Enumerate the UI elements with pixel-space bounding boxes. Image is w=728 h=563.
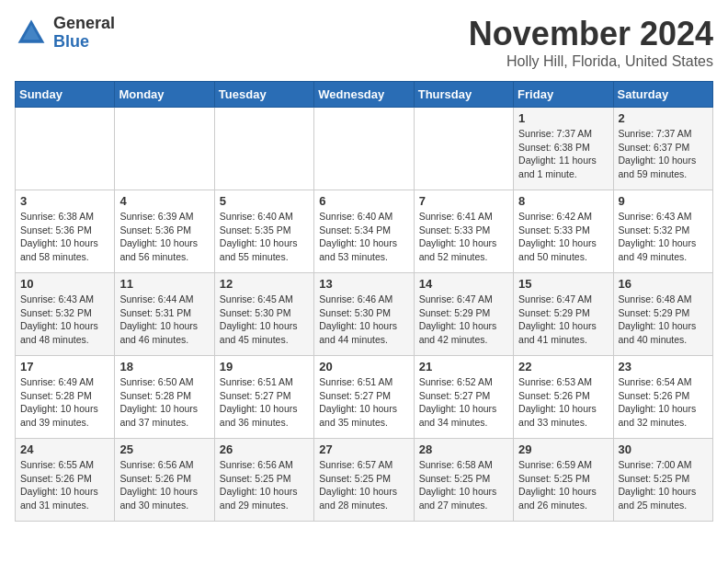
- calendar-cell: 20Sunrise: 6:51 AM Sunset: 5:27 PM Dayli…: [314, 356, 414, 439]
- calendar-cell: 16Sunrise: 6:48 AM Sunset: 5:29 PM Dayli…: [613, 273, 712, 356]
- day-number: 23: [619, 360, 708, 373]
- day-info: Sunrise: 6:43 AM Sunset: 5:32 PM Dayligh…: [20, 293, 109, 347]
- calendar-cell: [414, 108, 513, 190]
- calendar-cell: 9Sunrise: 6:43 AM Sunset: 5:32 PM Daylig…: [613, 190, 712, 273]
- logo-icon: [15, 17, 48, 50]
- weekday-header-sunday: Sunday: [16, 82, 115, 108]
- day-number: 27: [319, 442, 408, 456]
- calendar-cell: 27Sunrise: 6:57 AM Sunset: 5:25 PM Dayli…: [314, 439, 414, 522]
- calendar-cell: 26Sunrise: 6:56 AM Sunset: 5:25 PM Dayli…: [214, 439, 313, 522]
- weekday-header-tuesday: Tuesday: [214, 82, 313, 108]
- title-block: November 2024 Holly Hill, Florida, Unite…: [469, 15, 713, 70]
- day-number: 14: [419, 277, 508, 291]
- day-info: Sunrise: 6:42 AM Sunset: 5:33 PM Dayligh…: [518, 210, 608, 264]
- day-number: 21: [419, 360, 508, 373]
- day-info: Sunrise: 6:59 AM Sunset: 5:25 PM Dayligh…: [518, 458, 608, 512]
- day-info: Sunrise: 6:51 AM Sunset: 5:27 PM Dayligh…: [220, 375, 309, 430]
- day-number: 29: [518, 442, 608, 456]
- calendar-cell: 19Sunrise: 6:51 AM Sunset: 5:27 PM Dayli…: [214, 356, 313, 439]
- calendar-cell: [16, 108, 115, 190]
- day-number: 3: [20, 194, 109, 208]
- calendar-cell: 25Sunrise: 6:56 AM Sunset: 5:26 PM Dayli…: [115, 439, 214, 522]
- day-number: 1: [518, 111, 608, 125]
- day-number: 13: [319, 277, 408, 291]
- day-info: Sunrise: 6:48 AM Sunset: 5:29 PM Dayligh…: [619, 293, 708, 347]
- calendar-cell: 4Sunrise: 6:39 AM Sunset: 5:36 PM Daylig…: [115, 190, 214, 273]
- calendar-cell: 14Sunrise: 6:47 AM Sunset: 5:29 PM Dayli…: [414, 273, 513, 356]
- day-info: Sunrise: 7:00 AM Sunset: 5:25 PM Dayligh…: [619, 458, 708, 512]
- week-row-1: 3Sunrise: 6:38 AM Sunset: 5:36 PM Daylig…: [16, 190, 713, 273]
- day-info: Sunrise: 6:56 AM Sunset: 5:25 PM Dayligh…: [220, 458, 309, 512]
- day-info: Sunrise: 6:46 AM Sunset: 5:30 PM Dayligh…: [319, 293, 408, 347]
- weekday-header-thursday: Thursday: [414, 82, 513, 108]
- page-header: General Blue November 2024 Holly Hill, F…: [15, 15, 713, 70]
- weekday-header-friday: Friday: [514, 82, 613, 108]
- day-info: Sunrise: 6:40 AM Sunset: 5:34 PM Dayligh…: [319, 210, 408, 264]
- logo-text: General Blue: [53, 15, 115, 52]
- month-title: November 2024: [469, 15, 713, 53]
- day-number: 12: [220, 277, 309, 291]
- day-info: Sunrise: 6:58 AM Sunset: 5:25 PM Dayligh…: [419, 458, 508, 512]
- day-number: 7: [419, 194, 508, 208]
- calendar-cell: 12Sunrise: 6:45 AM Sunset: 5:30 PM Dayli…: [214, 273, 313, 356]
- day-info: Sunrise: 7:37 AM Sunset: 6:37 PM Dayligh…: [619, 127, 708, 181]
- week-row-3: 17Sunrise: 6:49 AM Sunset: 5:28 PM Dayli…: [16, 356, 713, 439]
- calendar-cell: 10Sunrise: 6:43 AM Sunset: 5:32 PM Dayli…: [16, 273, 115, 356]
- calendar-cell: 3Sunrise: 6:38 AM Sunset: 5:36 PM Daylig…: [16, 190, 115, 273]
- weekday-header-row: SundayMondayTuesdayWednesdayThursdayFrid…: [16, 82, 713, 108]
- week-row-2: 10Sunrise: 6:43 AM Sunset: 5:32 PM Dayli…: [16, 273, 713, 356]
- calendar-cell: 18Sunrise: 6:50 AM Sunset: 5:28 PM Dayli…: [115, 356, 214, 439]
- day-info: Sunrise: 6:57 AM Sunset: 5:25 PM Dayligh…: [319, 458, 408, 512]
- week-row-4: 24Sunrise: 6:55 AM Sunset: 5:26 PM Dayli…: [16, 439, 713, 522]
- calendar-cell: 2Sunrise: 7:37 AM Sunset: 6:37 PM Daylig…: [613, 108, 712, 190]
- logo: General Blue: [15, 15, 115, 52]
- weekday-header-wednesday: Wednesday: [314, 82, 414, 108]
- day-number: 9: [619, 194, 708, 208]
- week-row-0: 1Sunrise: 7:37 AM Sunset: 6:38 PM Daylig…: [16, 108, 713, 190]
- day-info: Sunrise: 6:47 AM Sunset: 5:29 PM Dayligh…: [419, 293, 508, 347]
- day-number: 30: [619, 442, 708, 456]
- calendar-cell: [214, 108, 313, 190]
- day-number: 6: [319, 194, 408, 208]
- calendar-cell: 5Sunrise: 6:40 AM Sunset: 5:35 PM Daylig…: [214, 190, 313, 273]
- day-number: 20: [319, 360, 408, 373]
- weekday-header-monday: Monday: [115, 82, 214, 108]
- day-number: 24: [20, 442, 109, 456]
- day-info: Sunrise: 6:41 AM Sunset: 5:33 PM Dayligh…: [419, 210, 508, 264]
- day-number: 4: [119, 194, 209, 208]
- day-info: Sunrise: 6:50 AM Sunset: 5:28 PM Dayligh…: [119, 375, 209, 430]
- day-info: Sunrise: 6:38 AM Sunset: 5:36 PM Dayligh…: [20, 210, 109, 264]
- day-number: 26: [220, 442, 309, 456]
- day-info: Sunrise: 6:40 AM Sunset: 5:35 PM Dayligh…: [220, 210, 309, 264]
- calendar-cell: 22Sunrise: 6:53 AM Sunset: 5:26 PM Dayli…: [514, 356, 613, 439]
- day-info: Sunrise: 6:39 AM Sunset: 5:36 PM Dayligh…: [119, 210, 209, 264]
- logo-blue: Blue: [53, 33, 115, 52]
- calendar-cell: 21Sunrise: 6:52 AM Sunset: 5:27 PM Dayli…: [414, 356, 513, 439]
- day-info: Sunrise: 6:45 AM Sunset: 5:30 PM Dayligh…: [220, 293, 309, 347]
- calendar-cell: 30Sunrise: 7:00 AM Sunset: 5:25 PM Dayli…: [613, 439, 712, 522]
- calendar-cell: 7Sunrise: 6:41 AM Sunset: 5:33 PM Daylig…: [414, 190, 513, 273]
- day-info: Sunrise: 6:53 AM Sunset: 5:26 PM Dayligh…: [518, 375, 608, 430]
- day-info: Sunrise: 7:37 AM Sunset: 6:38 PM Dayligh…: [518, 127, 608, 181]
- day-number: 16: [619, 277, 708, 291]
- day-number: 28: [419, 442, 508, 456]
- day-number: 8: [518, 194, 608, 208]
- day-info: Sunrise: 6:51 AM Sunset: 5:27 PM Dayligh…: [319, 375, 408, 430]
- calendar-cell: 6Sunrise: 6:40 AM Sunset: 5:34 PM Daylig…: [314, 190, 414, 273]
- day-info: Sunrise: 6:49 AM Sunset: 5:28 PM Dayligh…: [20, 375, 109, 430]
- day-number: 25: [119, 442, 209, 456]
- day-info: Sunrise: 6:44 AM Sunset: 5:31 PM Dayligh…: [119, 293, 209, 347]
- day-number: 11: [119, 277, 209, 291]
- calendar-cell: 17Sunrise: 6:49 AM Sunset: 5:28 PM Dayli…: [16, 356, 115, 439]
- calendar-cell: 1Sunrise: 7:37 AM Sunset: 6:38 PM Daylig…: [514, 108, 613, 190]
- day-number: 18: [119, 360, 209, 373]
- day-number: 5: [220, 194, 309, 208]
- calendar-cell: 29Sunrise: 6:59 AM Sunset: 5:25 PM Dayli…: [514, 439, 613, 522]
- calendar-table: SundayMondayTuesdayWednesdayThursdayFrid…: [15, 81, 713, 522]
- day-info: Sunrise: 6:55 AM Sunset: 5:26 PM Dayligh…: [20, 458, 109, 512]
- calendar-cell: 11Sunrise: 6:44 AM Sunset: 5:31 PM Dayli…: [115, 273, 214, 356]
- day-number: 22: [518, 360, 608, 373]
- calendar-cell: 15Sunrise: 6:47 AM Sunset: 5:29 PM Dayli…: [514, 273, 613, 356]
- day-info: Sunrise: 6:54 AM Sunset: 5:26 PM Dayligh…: [619, 375, 708, 430]
- day-number: 2: [619, 111, 708, 125]
